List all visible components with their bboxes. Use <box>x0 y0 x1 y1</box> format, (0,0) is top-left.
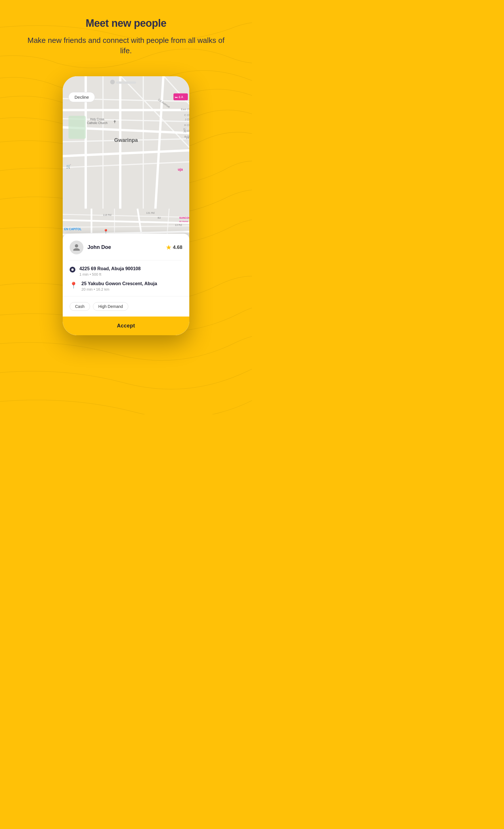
svg-text:Catholic Church: Catholic Church <box>87 121 107 124</box>
svg-text:SUNCOUR: SUNCOUR <box>179 216 189 219</box>
header-section: Meet new people Make new friends and con… <box>0 0 252 68</box>
svg-text:East Cl: East Cl <box>181 108 189 110</box>
svg-text:Holy Cross: Holy Cross <box>90 117 104 120</box>
svg-text:🛏 & A: 🛏 & A <box>175 95 183 98</box>
phone-mockup: 1st Avenue East Cl C Cl J Cl H Cl D Cl B… <box>63 76 189 335</box>
svg-text:EN CAPITOL: EN CAPITOL <box>64 228 81 231</box>
svg-text:131 Rd: 131 Rd <box>146 212 154 214</box>
pickup-dot <box>70 267 75 273</box>
dropoff-dot: 📍 <box>70 282 77 289</box>
pickup-location-row: 4225 69 Road, Abuja 900108 1 min • 500 f… <box>70 266 182 277</box>
high-demand-tag: High Demand <box>93 302 129 311</box>
svg-text:14 Rd: 14 Rd <box>186 136 189 139</box>
rating: ★ 4.68 <box>166 244 182 251</box>
map-area: 1st Avenue East Cl C Cl J Cl H Cl D Cl B… <box>63 76 189 335</box>
cash-tag: Cash <box>70 302 90 311</box>
dropoff-meta: 20 min • 16.2 km <box>81 287 157 291</box>
user-left: John Doe <box>70 241 111 254</box>
page-subtitle: Make new friends and connect with people… <box>23 35 229 56</box>
ride-request-card: John Doe ★ 4.68 <box>63 233 189 335</box>
svg-text:uja: uja <box>178 167 183 171</box>
pickup-dot-inner <box>71 268 74 271</box>
pickup-info: 4225 69 Road, Abuja 900108 1 min • 500 f… <box>79 266 141 277</box>
page-title: Meet new people <box>23 17 229 29</box>
pickup-dot-circle <box>70 267 75 273</box>
dropoff-address: 25 Yakubu Gowon Crescent, Abuja <box>81 281 157 286</box>
phone-mockup-container: 1st Avenue East Cl C Cl J Cl H Cl D Cl B… <box>0 76 252 335</box>
pickup-address: 4225 69 Road, Abuja 900108 <box>79 266 141 272</box>
user-name: John Doe <box>87 244 111 250</box>
svg-text:H Cl: H Cl <box>184 123 189 126</box>
svg-text:118 Rd: 118 Rd <box>103 214 111 216</box>
rating-value: 4.68 <box>173 245 182 250</box>
svg-text:13 Rd: 13 Rd <box>175 224 182 226</box>
accept-button[interactable]: Accept <box>63 317 189 335</box>
avatar-icon <box>72 244 80 251</box>
card-content: John Doe ★ 4.68 <box>63 233 189 291</box>
card-divider <box>70 260 182 260</box>
svg-text:B2: B2 <box>158 216 161 219</box>
avatar <box>70 241 83 254</box>
decline-button[interactable]: Decline <box>68 92 95 102</box>
dropoff-info: 25 Yakubu Gowon Crescent, Abuja 20 min •… <box>81 281 157 291</box>
svg-text:Gwarinpa: Gwarinpa <box>114 137 138 143</box>
star-icon: ★ <box>166 244 171 251</box>
map-background: 1st Avenue East Cl C Cl J Cl H Cl D Cl B… <box>63 76 189 335</box>
svg-text:🍴: 🍴 <box>182 127 188 133</box>
phone-camera <box>110 80 115 84</box>
dropoff-location-row: 📍 25 Yakubu Gowon Crescent, Abuja 20 min… <box>70 281 182 291</box>
svg-text:C Cl: C Cl <box>184 113 189 116</box>
svg-text:✝: ✝ <box>113 119 116 124</box>
pickup-meta: 1 min • 500 ft <box>79 272 141 277</box>
dropoff-pin-icon: 📍 <box>70 282 77 289</box>
tags-row: Cash High Demand <box>63 296 189 317</box>
svg-text:J Cl: J Cl <box>185 118 189 120</box>
svg-text:🛒: 🛒 <box>66 164 71 169</box>
phone-speaker <box>116 81 136 84</box>
user-info-row: John Doe ★ 4.68 <box>70 241 182 254</box>
svg-rect-15 <box>68 116 86 139</box>
svg-text:At Home: At Home <box>179 220 188 223</box>
